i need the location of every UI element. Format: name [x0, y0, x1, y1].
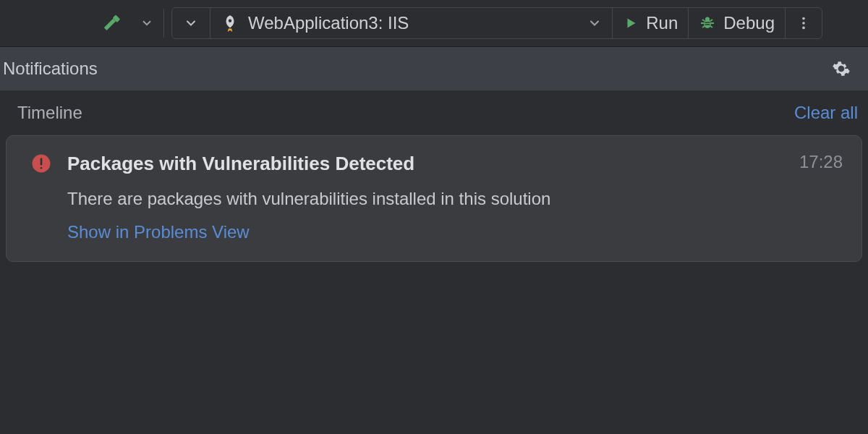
run-button[interactable]: Run	[613, 8, 689, 38]
svg-line-6	[702, 20, 705, 21]
panel-title: Notifications	[3, 59, 98, 79]
run-config-group: WebApplication3: IIS Run	[171, 7, 822, 39]
build-dropdown[interactable]	[137, 7, 156, 39]
svg-rect-17	[41, 167, 43, 169]
chevron-down-icon	[184, 16, 198, 30]
run-label: Run	[646, 13, 678, 33]
more-vertical-icon	[796, 15, 812, 31]
notification-title: Packages with Vulnerabilities Detected	[67, 152, 789, 176]
more-actions-button[interactable]	[786, 8, 822, 38]
timeline-header: Timeline Clear all	[0, 90, 868, 135]
svg-point-14	[802, 27, 805, 30]
svg-point-12	[802, 17, 805, 20]
timeline-label: Timeline	[17, 103, 82, 123]
debug-label: Debug	[723, 13, 775, 33]
config-history-dropdown[interactable]	[172, 8, 210, 38]
svg-point-3	[705, 17, 710, 22]
svg-point-1	[229, 20, 231, 22]
chevron-down-icon	[587, 16, 602, 30]
toolbar-separator	[163, 9, 164, 38]
notification-time: 17:28	[799, 152, 843, 172]
play-icon	[623, 15, 639, 31]
svg-line-9	[710, 26, 712, 27]
svg-line-7	[710, 20, 712, 21]
gear-icon[interactable]	[832, 59, 851, 78]
rocket-icon	[221, 14, 239, 33]
run-config-label: WebApplication3: IIS	[248, 13, 579, 33]
chevron-down-icon	[140, 17, 153, 30]
notifications-panel-header: Notifications	[0, 47, 868, 90]
bug-icon	[699, 14, 716, 32]
notification-card[interactable]: Packages with Vulnerabilities Detected 1…	[6, 135, 862, 262]
debug-button[interactable]: Debug	[689, 8, 786, 38]
svg-line-8	[702, 26, 705, 27]
svg-point-13	[802, 22, 805, 25]
clear-all-link[interactable]: Clear all	[794, 103, 858, 123]
main-toolbar: WebApplication3: IIS Run	[0, 0, 868, 47]
svg-rect-16	[41, 158, 43, 166]
error-icon	[25, 153, 57, 174]
build-button[interactable]	[94, 7, 130, 39]
hammer-icon	[101, 12, 123, 34]
run-config-selector[interactable]: WebApplication3: IIS	[210, 8, 613, 38]
notification-body: There are packages with vulnerabilities …	[67, 187, 843, 210]
notification-action-link[interactable]: Show in Problems View	[67, 222, 843, 242]
